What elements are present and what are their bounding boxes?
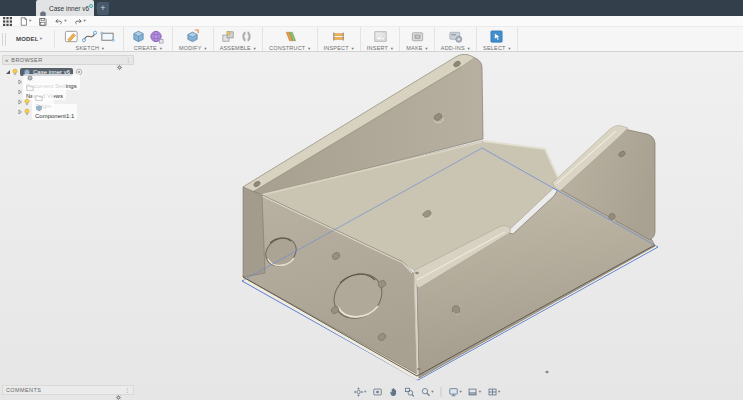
expand-closed-icon[interactable] [16, 78, 23, 85]
zoom-icon[interactable]: ▾ [420, 387, 433, 397]
redo-icon[interactable]: ▾ [74, 17, 86, 26]
workspace-switcher-button[interactable]: MODEL ▾ [10, 31, 50, 47]
document-cube-icon [39, 4, 47, 12]
folder-icon [26, 84, 34, 92]
panel-menu-icon[interactable]: ⋮ [124, 387, 130, 393]
viewports-icon[interactable]: ▾ [487, 387, 500, 397]
toolbar-group-label[interactable]: ADD-INS ▾ [441, 45, 470, 52]
component-icon [35, 104, 43, 112]
toolbar-group-label[interactable]: CONSTRUCT ▾ [269, 45, 310, 52]
create-solid-icon[interactable] [131, 28, 147, 44]
toolbar-group-label[interactable]: SELECT ▾ [483, 45, 511, 52]
browser-item-document-settings[interactable]: Document Settings [2, 77, 134, 86]
orbit-icon[interactable]: ▾ [353, 387, 366, 397]
toolbar-group-label[interactable]: SKETCH ▾ [76, 45, 105, 52]
chevron-down-icon: ▾ [254, 46, 256, 51]
browser-item-component1-1[interactable]: Component1:1 [2, 107, 134, 116]
toolbar-group-assemble: ASSEMBLE ▾ [214, 27, 263, 51]
chevron-down-icon: ▾ [364, 390, 366, 395]
chevron-down-icon: ▾ [29, 19, 31, 24]
toolbar-group-label[interactable]: MAKE ▾ [406, 45, 428, 52]
construction-plane-icon[interactable] [282, 28, 298, 44]
rectangle-icon[interactable] [100, 28, 116, 44]
print-3d-icon[interactable] [409, 28, 425, 44]
measure-icon[interactable] [331, 28, 347, 44]
document-tab[interactable]: Case inner v6 × [36, 0, 94, 16]
display-settings-icon[interactable]: ▾ [449, 387, 462, 397]
navbar-separator [441, 387, 442, 397]
chevron-down-icon: ▾ [84, 19, 86, 24]
chevron-down-icon: ▾ [308, 46, 310, 51]
chevron-down-icon: ▾ [460, 390, 462, 395]
chevron-down-icon: ▾ [431, 390, 433, 395]
toolbar-group-inspect: INSPECT ▾ [318, 27, 361, 51]
select-icon[interactable] [489, 28, 505, 44]
new-component-icon[interactable] [221, 28, 237, 44]
toolbar-drag-handle[interactable] [0, 27, 8, 51]
toolbar-group-add-ins: ADD-INS ▾ [435, 27, 477, 51]
toolbar-group-label[interactable]: CREATE ▾ [134, 45, 162, 52]
gear-icon[interactable] [116, 57, 123, 64]
3d-viewport[interactable]: « BROWSER ⋮ Case inner v6Document Settin… [0, 52, 743, 400]
chevron-down-icon: ▾ [102, 46, 104, 51]
toolbar-group-construct: CONSTRUCT ▾ [263, 27, 317, 51]
browser-header[interactable]: « BROWSER ⋮ [2, 55, 134, 65]
workspace-label: MODEL [16, 36, 39, 42]
chevron-down-icon: ▾ [391, 46, 393, 51]
browser-tree: Case inner v6Document SettingsNamed View… [2, 65, 134, 116]
browser-title: BROWSER [11, 57, 116, 63]
visibility-lightbulb-icon[interactable] [11, 68, 19, 76]
toolbar-group-create: CREATE ▾ [124, 27, 173, 51]
pan-icon[interactable] [388, 387, 398, 397]
comments-panel[interactable]: COMMENTS ⋮ [2, 385, 134, 395]
chevron-down-icon: ▾ [425, 46, 427, 51]
insert-image-icon[interactable] [372, 28, 388, 44]
create-sketch-icon[interactable] [64, 28, 80, 44]
new-design-icon[interactable]: ▾ [19, 17, 31, 26]
chevron-down-icon: ▾ [160, 46, 162, 51]
expand-closed-icon[interactable] [16, 98, 23, 105]
expand-closed-icon[interactable] [16, 88, 23, 95]
toolbar-group-label[interactable]: MODIFY ▾ [179, 45, 207, 52]
ribbon-separator [54, 30, 55, 48]
chevron-down-icon: ▾ [498, 390, 500, 395]
toolbar-group-label[interactable]: INSERT ▾ [367, 45, 393, 52]
new-tab-button[interactable]: + [97, 2, 109, 15]
grid-display-icon[interactable]: ▾ [468, 387, 481, 397]
create-form-icon[interactable] [149, 28, 165, 44]
title-bar: Case inner v6 × + [0, 0, 743, 16]
expand-closed-icon[interactable] [16, 108, 23, 115]
toolbar-group-modify: MODIFY ▾ [173, 27, 214, 51]
toolbar-group-label[interactable]: ASSEMBLE ▾ [220, 45, 256, 52]
save-icon[interactable] [38, 17, 47, 26]
visibility-lightbulb-icon[interactable] [23, 108, 31, 116]
press-pull-icon[interactable] [185, 28, 201, 44]
chevron-down-icon: ▾ [40, 37, 42, 42]
visibility-lightbulb-icon[interactable] [23, 98, 31, 106]
view-navigation-bar: ▾▾▾▾▾ [350, 387, 503, 397]
app-grid-icon[interactable] [3, 17, 12, 26]
panel-menu-icon[interactable]: ⋮ [125, 57, 131, 63]
expand-open-icon[interactable] [4, 68, 11, 75]
toolbar-group-label[interactable]: INSPECT ▾ [324, 45, 354, 52]
sync-status-dot [89, 4, 93, 8]
chevron-down-icon: ▾ [508, 46, 510, 51]
chevron-down-icon: ▾ [468, 46, 470, 51]
settings-gear-icon [26, 74, 34, 82]
chevron-down-icon: ▾ [204, 46, 206, 51]
collapse-panel-icon[interactable]: « [5, 57, 8, 63]
chevron-down-icon: ▾ [479, 390, 481, 395]
look-at-icon[interactable] [372, 387, 382, 397]
joint-icon[interactable] [239, 28, 255, 44]
zoom-window-icon[interactable] [404, 387, 414, 397]
3d-model-sheet-metal-case[interactable] [243, 54, 655, 378]
chevron-down-icon: ▾ [64, 19, 66, 24]
gear-icon[interactable] [115, 387, 122, 394]
undo-icon[interactable]: ▾ [54, 17, 66, 26]
spline-icon[interactable] [82, 28, 98, 44]
model-front-left-fold[interactable] [243, 187, 265, 277]
browser-panel: « BROWSER ⋮ Case inner v6Document Settin… [2, 55, 134, 117]
chevron-down-icon: ▾ [351, 46, 353, 51]
scripts-addins-icon[interactable] [447, 28, 463, 44]
toolbar-group-sketch: SKETCH ▾ [57, 27, 124, 51]
